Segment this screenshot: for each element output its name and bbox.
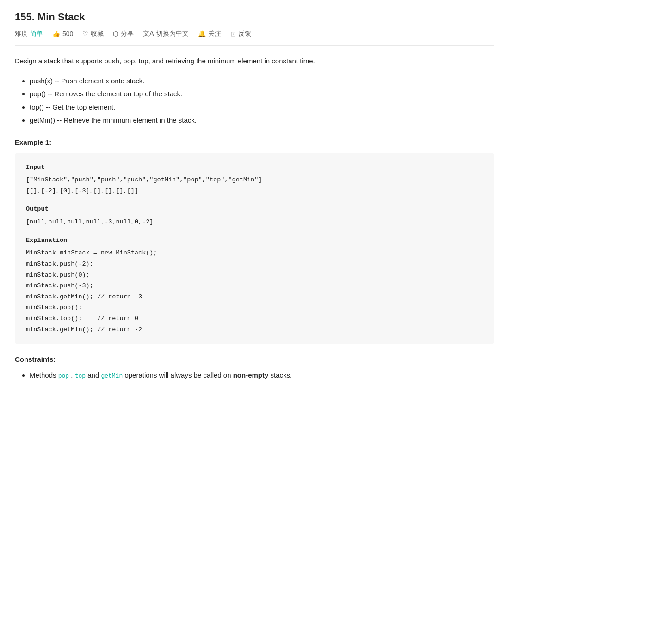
constraint-bold: non-empty [233,371,269,379]
feedback-label: 反馈 [238,30,251,38]
list-item: getMin() -- Retrieve the minimum element… [30,114,494,127]
input-label: Input [26,162,483,173]
constraint-code-pop: pop [58,372,69,379]
constraints-heading: Constraints: [15,355,494,363]
constraint-sep-2: and [87,371,101,379]
difficulty-label: 难度 [15,30,28,38]
notify-label: 关注 [208,30,221,38]
collect-label: 收藏 [91,30,104,38]
constraint-text-before: Methods [30,371,58,379]
constraint-code-top: top [75,372,86,379]
share-icon: ⬡ [113,30,118,37]
input-line-2: [[],[-2],[0],[-3],[],[],[],[]] [26,186,483,197]
problem-description: Design a stack that supports push, pop, … [15,55,494,67]
notify-button[interactable]: 🔔 关注 [198,30,221,38]
example-code-block: Input ["MinStack","push","push","push","… [15,153,494,345]
share-label: 分享 [121,30,134,38]
operation-list: push(x) -- Push element x onto stack. po… [15,74,494,127]
difficulty-item: 难度 简单 [15,30,43,38]
explanation-line-2: minStack.push(0); [26,270,483,281]
like-icon: 👍 [52,30,60,37]
input-section: Input ["MinStack","push","push","push","… [26,162,483,197]
explanation-line-1: minStack.push(-2); [26,259,483,270]
output-line: [null,null,null,null,-3,null,0,-2] [26,217,483,228]
explanation-line-6: minStack.top(); // return 0 [26,313,483,324]
explanation-line-3: minStack.push(-3); [26,280,483,291]
list-item: top() -- Get the top element. [30,101,494,114]
like-button[interactable]: 👍 500 [52,30,73,37]
translate-icon: 文A [143,30,154,38]
explanation-line-0: MinStack minStack = new MinStack(); [26,248,483,259]
explanation-line-5: minStack.pop(); [26,302,483,313]
constraint-item: Methods pop , top and getMin operations … [30,369,494,382]
explanation-line-7: minStack.getMin(); // return -2 [26,324,483,335]
problem-title: 155. Min Stack [15,11,494,23]
input-line-1: ["MinStack","push","push","push","getMin… [26,174,483,186]
example-heading: Example 1: [15,138,494,146]
output-label: Output [26,204,483,215]
share-button[interactable]: ⬡ 分享 [113,30,134,38]
list-item: push(x) -- Push element x onto stack. [30,74,494,88]
output-section: Output [null,null,null,null,-3,null,0,-2… [26,204,483,227]
collect-button[interactable]: ♡ 收藏 [82,30,104,38]
notify-icon: 🔔 [198,30,206,37]
difficulty-value: 简单 [30,30,43,38]
explanation-section: Explanation MinStack minStack = new MinS… [26,235,483,335]
constraint-text-after: operations will always be called on non-… [124,371,292,379]
collect-icon: ♡ [82,30,88,37]
explanation-line-4: minStack.getMin(); // return -3 [26,291,483,303]
list-item: pop() -- Removes the element on top of t… [30,87,494,101]
feedback-icon: ⊡ [230,30,236,37]
constraint-sep-1: , [71,371,74,379]
explanation-label: Explanation [26,235,483,246]
like-count: 500 [62,30,73,37]
constraints-list: Methods pop , top and getMin operations … [15,369,494,382]
translate-label: 切换为中文 [156,30,189,38]
feedback-button[interactable]: ⊡ 反馈 [230,30,251,38]
meta-bar: 难度 简单 👍 500 ♡ 收藏 ⬡ 分享 文A 切换为中文 🔔 关注 ⊡ 反馈 [15,30,494,46]
constraint-code-getmin: getMin [101,372,123,379]
translate-button[interactable]: 文A 切换为中文 [143,30,188,38]
